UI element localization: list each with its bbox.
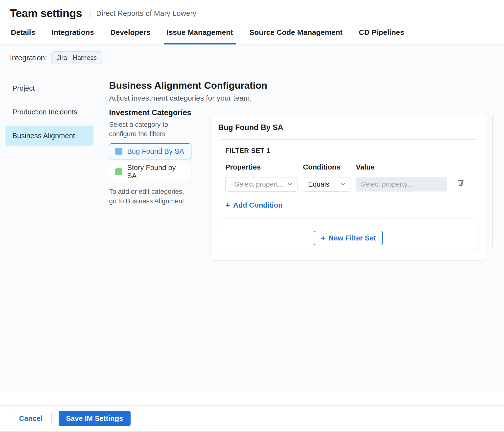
investment-categories-column: Investment Categories Select a category … [109, 108, 202, 391]
add-condition-label: Add Condition [233, 201, 283, 209]
chevron-down-icon [340, 181, 346, 188]
content-area: Project Production Incidents Business Al… [0, 71, 504, 391]
section-subtitle: Adjust investment categories for your te… [109, 94, 504, 102]
filter-set-1: FILTER SET 1 Properties - Select propert… [218, 139, 479, 218]
tab-integrations[interactable]: Integrations [51, 25, 94, 44]
category-bug-found-by-sa[interactable]: Bug Found By SA [109, 143, 191, 159]
sidebar-item-project[interactable]: Project [5, 78, 93, 99]
new-filter-set-button[interactable]: + New Filter Set [314, 231, 383, 245]
integration-bar: Integration: Jira - Harness [0, 44, 504, 71]
new-filter-set-dropzone: + New Filter Set [218, 225, 479, 251]
integration-chip[interactable]: Jira - Harness [51, 51, 102, 64]
chevron-down-icon [287, 181, 293, 188]
category-story-found-by-sa[interactable]: Story Found by SA [109, 164, 191, 180]
integration-label: Integration: [10, 54, 47, 62]
configuration-columns: Investment Categories Select a category … [109, 108, 504, 391]
category-label: Bug Found By SA [127, 147, 184, 155]
plus-icon: + [225, 201, 230, 209]
settings-sidebar: Project Production Incidents Business Al… [0, 71, 99, 391]
categories-note: To add or edit categories, go to Busines… [109, 187, 188, 206]
page-title: Team settings [10, 7, 82, 20]
tab-source-code-management[interactable]: Source Code Management [249, 25, 343, 44]
value-input[interactable] [356, 177, 447, 192]
properties-column: Properties - Select propert... [225, 163, 298, 192]
filter-condition-row: Properties - Select propert... Condition… [225, 163, 471, 192]
new-filter-set-label: New Filter Set [329, 234, 376, 242]
tab-details[interactable]: Details [10, 25, 36, 44]
sidebar-item-business-alignment[interactable]: Business Alignment [5, 126, 93, 146]
conditions-column: Conditions Equals [303, 163, 350, 192]
section-title: Business Alignment Configuration [109, 80, 504, 91]
value-column: Value [356, 163, 447, 192]
properties-label: Properties [225, 163, 298, 171]
team-settings-page: Team settings | Direct Reports of Mary L… [0, 0, 504, 391]
value-label: Value [356, 163, 447, 171]
filter-panel-column: Bug Found By SA FILTER SET 1 Properties … [202, 108, 504, 391]
page-header: Team settings | Direct Reports of Mary L… [0, 0, 504, 25]
category-filter-panel: Bug Found By SA FILTER SET 1 Properties … [211, 115, 486, 260]
scrollbar-line [483, 115, 483, 247]
property-select[interactable]: - Select propert... [225, 177, 298, 192]
page-subtitle: Direct Reports of Mary Lowery [96, 9, 196, 18]
trash-icon [457, 178, 465, 187]
title-divider: | [89, 8, 91, 19]
tab-issue-management[interactable]: Issue Management [166, 25, 233, 44]
business-alignment-section: Business Alignment Configuration Adjust … [99, 71, 504, 391]
cancel-button[interactable]: Cancel [10, 411, 52, 426]
tab-bar: Details Integrations Developers Issue Ma… [0, 25, 504, 44]
filter-set-heading: FILTER SET 1 [225, 147, 471, 155]
sidebar-item-production-incidents[interactable]: Production Incidents [5, 102, 93, 122]
footer-action-bar: Cancel Save IM Settings [0, 405, 504, 432]
tab-cd-pipelines[interactable]: CD Pipelines [358, 25, 405, 44]
scrollbar-line [492, 115, 493, 247]
category-color-swatch [115, 148, 122, 155]
delete-condition-button[interactable] [455, 177, 466, 189]
category-color-swatch [115, 168, 122, 175]
property-select-value: - Select propert... [230, 180, 284, 188]
condition-select[interactable]: Equals [303, 177, 350, 192]
condition-select-value: Equals [308, 180, 329, 188]
save-im-settings-button[interactable]: Save IM Settings [59, 411, 130, 426]
plus-icon: + [321, 234, 326, 242]
add-condition-button[interactable]: + Add Condition [225, 201, 283, 209]
conditions-label: Conditions [303, 163, 350, 171]
investment-categories-description: Select a category to configure the filte… [109, 120, 183, 139]
panel-title: Bug Found By SA [218, 123, 479, 132]
category-label: Story Found by SA [127, 164, 185, 180]
tab-developers[interactable]: Developers [110, 25, 151, 44]
investment-categories-heading: Investment Categories [109, 108, 195, 117]
